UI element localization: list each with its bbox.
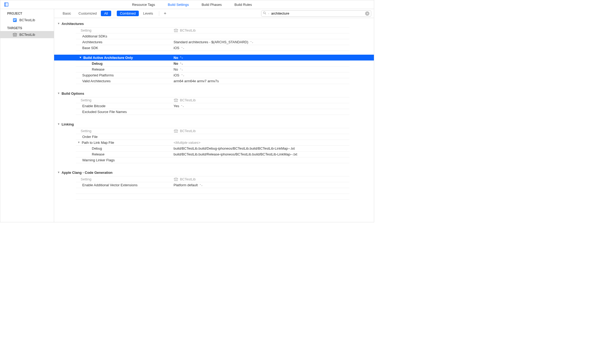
- setting-warning-linker-flags[interactable]: Warning Linker Flags: [76, 157, 349, 163]
- updown-icon: ⌃⌄: [199, 184, 202, 187]
- sidebar-project-row[interactable]: BCTestLib: [0, 16, 54, 24]
- setting-path-link-map[interactable]: Path to Link Map File<Multiple values>: [76, 140, 349, 145]
- filter-customized[interactable]: Customized: [75, 11, 100, 16]
- library-icon: [174, 98, 178, 102]
- group-linking: Linking SettingBCTestLib Order File Path…: [54, 119, 374, 163]
- search-dropdown-icon[interactable]: ⌄: [268, 12, 270, 15]
- sidebar-section-project: PROJECT: [0, 11, 54, 16]
- column-header-row: SettingBCTestLib: [76, 128, 349, 134]
- view-levels[interactable]: Levels: [140, 11, 156, 16]
- updown-icon: ⌃⌄: [180, 56, 183, 59]
- group-header-apple-clang[interactable]: Apple Clang - Code Generation: [54, 171, 374, 176]
- svg-line-12: [265, 14, 266, 14]
- setting-excluded-source-files[interactable]: Excluded Source File Names: [76, 109, 349, 115]
- disclosure-icon: [79, 56, 82, 59]
- tab-resource-tags[interactable]: Resource Tags: [126, 0, 161, 9]
- editor-top-tabs: Resource Tags Build Settings Build Phase…: [0, 0, 374, 9]
- setting-build-active-arch-release[interactable]: ReleaseNo⌃⌄: [76, 66, 349, 72]
- toolbar-divider: [114, 11, 114, 16]
- updown-icon: ⌃⌄: [181, 105, 184, 107]
- group-title: Linking: [62, 122, 74, 126]
- setting-build-active-arch-debug[interactable]: DebugNo⌃⌄: [76, 60, 349, 66]
- settings-toolbar: Basic Customized All Combined Levels ＋ ⌄…: [54, 9, 374, 18]
- toolbar-divider-2: [159, 11, 159, 16]
- group-architectures: Architectures Setting BCTestLib Addition…: [54, 18, 374, 84]
- search-clear-icon[interactable]: ✕: [365, 11, 369, 16]
- disclosure-icon: [57, 123, 60, 125]
- setting-build-active-arch-only[interactable]: Build Active Architecture Only No⌃⌄: [54, 55, 374, 60]
- sidebar-target-name: BCTestLib: [19, 33, 35, 37]
- col-setting: Setting: [76, 28, 171, 32]
- search-icon: [263, 11, 266, 15]
- disclosure-icon: [77, 141, 80, 144]
- tab-build-phases[interactable]: Build Phases: [195, 0, 228, 9]
- col-target: BCTestLib: [171, 28, 349, 32]
- library-icon: [174, 177, 178, 181]
- group-title: Architectures: [62, 22, 84, 26]
- svg-marker-13: [174, 29, 178, 30]
- disclosure-icon: [57, 171, 60, 174]
- library-icon: [174, 29, 178, 32]
- group-title: Build Options: [62, 92, 84, 96]
- group-apple-clang: Apple Clang - Code Generation SettingBCT…: [54, 167, 374, 200]
- svg-rect-1: [5, 3, 6, 6]
- group-build-options: Build Options SettingBCTestLib Enable Bi…: [54, 88, 374, 115]
- disclosure-icon: [57, 92, 60, 95]
- empty-row: [76, 188, 349, 194]
- setting-valid-architectures[interactable]: Valid Architecturesarm64 arm64e armv7 ar…: [76, 78, 349, 84]
- updown-icon: ⌃⌄: [180, 68, 183, 71]
- updown-icon: ⌃⌄: [181, 74, 184, 77]
- search-field[interactable]: ⌄ ✕: [261, 10, 371, 17]
- library-icon: [174, 129, 178, 133]
- group-header-build-options[interactable]: Build Options: [54, 92, 374, 97]
- project-icon: [12, 18, 17, 23]
- sidebar-project-name: BCTestLib: [19, 18, 35, 22]
- svg-marker-5: [13, 33, 17, 34]
- filter-basic[interactable]: Basic: [59, 11, 74, 16]
- add-setting-button[interactable]: ＋: [162, 11, 168, 16]
- column-header-row: SettingBCTestLib: [76, 176, 349, 182]
- setting-enable-vector-ext[interactable]: Enable Additional Vector ExtensionsPlatf…: [76, 182, 349, 188]
- setting-path-link-map-release[interactable]: Releasebuild/BCTestLib.build/Release-iph…: [76, 151, 349, 157]
- updown-icon: ⌃⌄: [180, 62, 183, 65]
- column-header-row: Setting BCTestLib: [76, 27, 349, 33]
- nav-toggle-icon[interactable]: [3, 2, 10, 7]
- group-header-linking[interactable]: Linking: [54, 122, 374, 128]
- svg-point-11: [264, 12, 265, 14]
- empty-row: [76, 194, 349, 200]
- tab-build-rules[interactable]: Build Rules: [228, 0, 258, 9]
- setting-base-sdk[interactable]: Base SDKiOS⌃⌄: [76, 45, 349, 51]
- column-header-row: SettingBCTestLib: [76, 97, 349, 103]
- project-targets-sidebar: PROJECT BCTestLib TARGETS BCTestLib: [0, 9, 54, 222]
- svg-marker-31: [174, 177, 178, 179]
- setting-supported-platforms[interactable]: Supported PlatformsiOS⌃⌄: [76, 72, 349, 78]
- setting-path-link-map-debug[interactable]: Debugbuild/BCTestLib.build/Debug-iphoneo…: [76, 145, 349, 151]
- group-title: Apple Clang - Code Generation: [62, 171, 113, 175]
- svg-rect-4: [14, 20, 15, 21]
- tab-build-settings[interactable]: Build Settings: [161, 0, 195, 9]
- filter-all[interactable]: All: [101, 11, 111, 16]
- setting-enable-bitcode[interactable]: Enable BitcodeYes⌃⌄: [76, 103, 349, 109]
- search-input[interactable]: [271, 11, 364, 15]
- svg-rect-3: [14, 19, 16, 20]
- svg-marker-25: [174, 129, 178, 130]
- disclosure-icon: [57, 22, 60, 25]
- svg-marker-19: [174, 98, 178, 99]
- group-header-architectures[interactable]: Architectures: [54, 22, 374, 27]
- updown-icon: ⌃⌄: [181, 47, 184, 49]
- view-combined[interactable]: Combined: [117, 11, 139, 16]
- setting-additional-sdks[interactable]: Additional SDKs: [76, 33, 349, 39]
- svg-rect-0: [5, 3, 8, 6]
- updown-icon: ⌃⌄: [250, 41, 253, 44]
- setting-architectures[interactable]: ArchitecturesStandard architectures - $(…: [76, 39, 349, 45]
- sidebar-target-row[interactable]: BCTestLib: [0, 31, 54, 38]
- library-icon: [12, 32, 17, 37]
- setting-order-file[interactable]: Order File: [76, 134, 349, 140]
- sidebar-section-targets: TARGETS: [0, 25, 54, 31]
